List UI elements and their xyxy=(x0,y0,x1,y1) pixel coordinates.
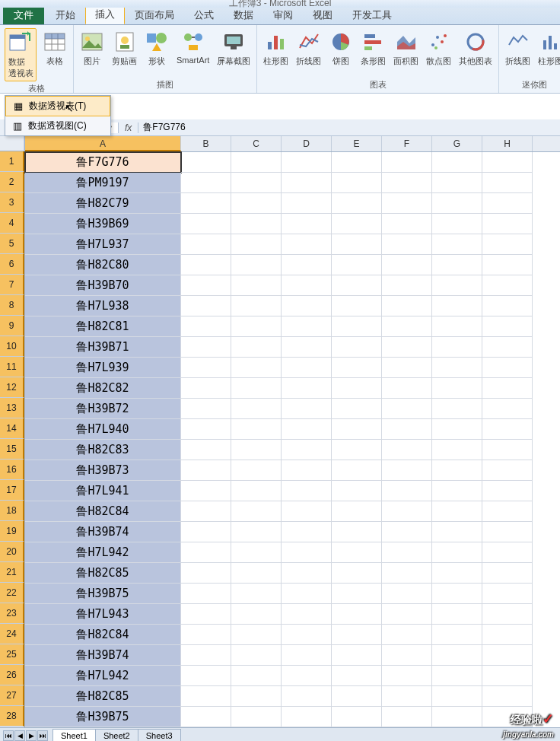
row-header[interactable]: 21 xyxy=(0,562,24,583)
cell[interactable] xyxy=(482,173,533,193)
cell[interactable] xyxy=(332,440,382,460)
cell[interactable] xyxy=(231,563,282,584)
cell[interactable] xyxy=(282,625,332,645)
row-header[interactable]: 14 xyxy=(0,418,24,439)
cell[interactable] xyxy=(482,522,533,542)
cell[interactable] xyxy=(482,419,533,440)
area-chart-button[interactable]: 面积图 xyxy=(392,28,420,68)
cell[interactable] xyxy=(432,501,482,522)
cell[interactable] xyxy=(432,399,482,419)
cell[interactable] xyxy=(382,501,432,522)
row-header[interactable]: 25 xyxy=(0,644,24,665)
cell[interactable]: 鲁H39B72 xyxy=(25,399,181,419)
cell[interactable] xyxy=(282,440,332,460)
cell[interactable] xyxy=(282,645,332,666)
cell[interactable] xyxy=(382,234,432,255)
sheet-nav-next[interactable]: ▶ xyxy=(26,730,37,741)
cell[interactable] xyxy=(332,173,382,193)
cell[interactable] xyxy=(482,625,533,645)
cell[interactable] xyxy=(282,542,332,563)
screenshot-button[interactable]: 屏幕截图 xyxy=(215,28,252,68)
cell[interactable]: 鲁H39B71 xyxy=(25,337,181,358)
row-header[interactable]: 20 xyxy=(0,542,24,562)
line-chart-button[interactable]: 折线图 xyxy=(294,28,323,68)
cell[interactable] xyxy=(432,214,482,234)
cell[interactable] xyxy=(432,584,482,604)
cell[interactable] xyxy=(432,460,482,481)
cell[interactable] xyxy=(432,666,482,686)
cell[interactable]: 鲁H82C81 xyxy=(25,316,181,337)
cell[interactable] xyxy=(181,337,231,358)
cell[interactable] xyxy=(382,686,432,707)
cell[interactable] xyxy=(231,645,282,666)
cell[interactable] xyxy=(181,645,231,666)
tab-formulas[interactable]: 公式 xyxy=(184,5,224,24)
cell[interactable] xyxy=(231,440,282,460)
cell[interactable] xyxy=(382,193,432,214)
cell[interactable] xyxy=(382,358,432,378)
cell[interactable] xyxy=(332,666,382,686)
cell[interactable] xyxy=(332,337,382,358)
tab-file[interactable]: 文件 xyxy=(3,6,44,24)
cell[interactable] xyxy=(482,234,533,255)
cell[interactable] xyxy=(432,337,482,358)
cell[interactable] xyxy=(382,296,432,316)
cell[interactable] xyxy=(382,316,432,337)
cell[interactable] xyxy=(332,378,382,399)
row-header[interactable]: 10 xyxy=(0,336,24,357)
cell[interactable] xyxy=(432,173,482,193)
row-header[interactable]: 5 xyxy=(0,234,24,254)
row-header[interactable]: 12 xyxy=(0,377,24,398)
cell[interactable] xyxy=(482,214,533,234)
tab-devtools[interactable]: 开发工具 xyxy=(342,5,402,24)
cell[interactable] xyxy=(181,419,231,440)
cell[interactable] xyxy=(332,296,382,316)
cell[interactable] xyxy=(181,296,231,316)
cell[interactable] xyxy=(332,604,382,625)
cell[interactable] xyxy=(332,214,382,234)
clipart-button[interactable]: 剪贴画 xyxy=(110,28,138,68)
row-header[interactable]: 28 xyxy=(0,706,24,727)
row-header[interactable]: 11 xyxy=(0,357,24,377)
cell[interactable] xyxy=(482,440,533,460)
cell[interactable] xyxy=(382,275,432,296)
cell[interactable]: 鲁H7L942 xyxy=(25,542,181,563)
cell[interactable] xyxy=(231,337,282,358)
cell[interactable] xyxy=(282,584,332,604)
cell[interactable] xyxy=(332,399,382,419)
shapes-button[interactable]: 形状 xyxy=(143,28,170,68)
cell[interactable] xyxy=(231,522,282,542)
cell[interactable] xyxy=(382,645,432,666)
cell[interactable]: 鲁H39B69 xyxy=(25,214,181,234)
cell[interactable] xyxy=(181,378,231,399)
row-header[interactable]: 2 xyxy=(0,172,24,192)
column-chart-button[interactable]: 柱形图 xyxy=(262,28,290,68)
cell[interactable]: 鲁H7L943 xyxy=(25,604,181,625)
cell[interactable] xyxy=(231,214,282,234)
cell[interactable] xyxy=(432,378,482,399)
cell[interactable] xyxy=(482,337,533,358)
column-header-e[interactable]: E xyxy=(332,136,382,151)
cell[interactable] xyxy=(282,358,332,378)
cell[interactable]: 鲁H82C85 xyxy=(25,563,181,584)
cell[interactable] xyxy=(231,542,282,563)
cell[interactable] xyxy=(382,419,432,440)
cell[interactable] xyxy=(181,358,231,378)
cell[interactable] xyxy=(282,296,332,316)
cell[interactable] xyxy=(482,193,533,214)
cell[interactable] xyxy=(332,460,382,481)
cell[interactable] xyxy=(231,316,282,337)
cell[interactable] xyxy=(282,707,332,727)
cell[interactable] xyxy=(282,275,332,296)
row-header[interactable]: 19 xyxy=(0,521,24,542)
cell[interactable] xyxy=(432,358,482,378)
cell[interactable] xyxy=(382,399,432,419)
row-header[interactable]: 3 xyxy=(0,192,24,213)
cell[interactable] xyxy=(282,173,332,193)
cell[interactable] xyxy=(181,481,231,501)
cell[interactable] xyxy=(231,234,282,255)
cell[interactable] xyxy=(181,255,231,275)
sheet-nav-last[interactable]: ⏭ xyxy=(37,730,48,741)
cell[interactable] xyxy=(282,152,332,173)
cell[interactable] xyxy=(181,501,231,522)
